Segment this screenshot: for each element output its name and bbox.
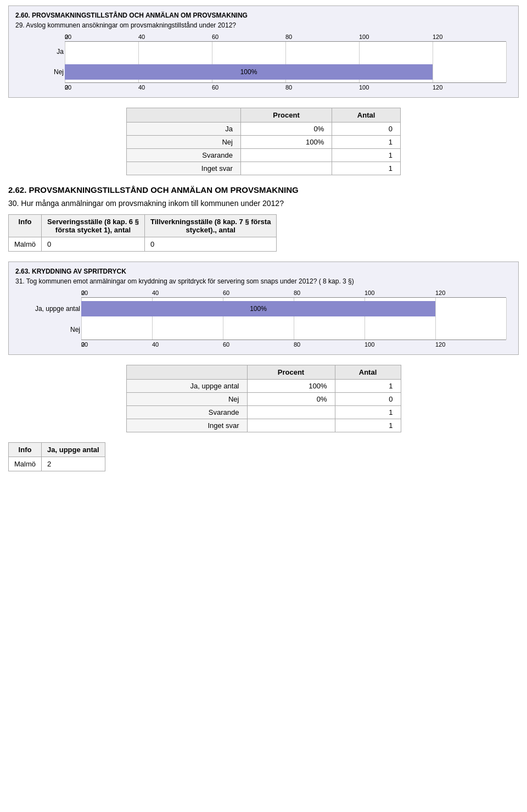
stats-antal-nej: 1 xyxy=(332,136,401,149)
stats2-label-nej: Nej xyxy=(126,393,247,406)
axis3-bot-80: 80 xyxy=(294,341,365,348)
stats-label-ja: Ja xyxy=(127,123,241,136)
stats-row-ja: Ja 0% 0 xyxy=(127,123,401,136)
chart-subtitle-3: 31. Tog kommunen emot anmälningar om kry… xyxy=(15,277,512,285)
info-col-info: Info xyxy=(9,215,42,237)
chart-body-3: Ja, uppge antal 100% Nej xyxy=(81,298,506,340)
info-row-malmo-2: Malmö 0 0 xyxy=(9,237,277,252)
axis3-top-40: 40 xyxy=(152,290,223,296)
axis3-bot-20: 20 xyxy=(81,341,152,348)
stats-antal-ja: 0 xyxy=(332,123,401,136)
vgrid-120 xyxy=(506,42,507,82)
stats2-label-svarande: Svarande xyxy=(126,406,247,419)
stats2-antal-svarande: 1 xyxy=(335,406,401,419)
stats2-col-procent: Procent xyxy=(247,365,335,380)
chart-label-nej-3: Nej xyxy=(15,326,80,333)
stats-label-nej: Nej xyxy=(127,136,241,149)
stats-row-nej: Nej 100% 1 xyxy=(127,136,401,149)
axis-top-120: 120 xyxy=(433,34,506,40)
axis-top-100: 100 xyxy=(359,34,433,40)
stats-pct-nej: 100% xyxy=(240,136,332,149)
axis3-bot-60: 60 xyxy=(223,341,294,348)
stats2-row-svarande: Svarande 1 xyxy=(126,406,401,419)
info4-row-malmo: Malmö 2 xyxy=(9,457,105,471)
stats2-col-empty xyxy=(126,365,247,380)
stats-antal-inget: 1 xyxy=(332,162,401,175)
chart-section-1: 2.60. PROVSMAKNINGSTILLSTÅND OCH ANMÄLAN… xyxy=(8,5,519,98)
chart-row-nej-1: Nej 100% xyxy=(65,62,506,82)
bar-ja-3: 100% xyxy=(81,301,435,316)
axis3-bot-100: 100 xyxy=(365,341,435,348)
stats2-pct-svarande xyxy=(247,406,335,419)
stats-pct-inget xyxy=(240,162,332,175)
axis3-top-20: 20 xyxy=(81,290,152,296)
info-col-tillverkningsst: Tillverkningsställe (8 kap. 7 § förstast… xyxy=(144,215,276,237)
info-col-serveringsst: Serveringsställe (8 kap. 6 §första styck… xyxy=(42,215,145,237)
axis-bot-20: 20 xyxy=(65,84,138,91)
stats-antal-svarande: 1 xyxy=(332,149,401,162)
stats2-row-ja-uppge: Ja, uppge antal 100% 1 xyxy=(126,380,401,393)
info-table-4: Info Ja, uppge antal Malmö 2 xyxy=(8,442,105,471)
axis3-bot-40: 40 xyxy=(152,341,223,348)
stats-col-antal: Antal xyxy=(332,108,401,123)
axis-bot-100: 100 xyxy=(359,84,433,91)
section2-question: 30. Hur många anmälningar om provsmaknin… xyxy=(8,199,519,208)
axis3-top-60: 60 xyxy=(223,290,294,296)
axis-top-20: 20 xyxy=(65,34,138,40)
chart-label-ja-3: Ja, uppge antal xyxy=(15,305,80,313)
stats2-pct-inget xyxy=(247,419,335,432)
stats-table-1-wrapper: Procent Antal Ja 0% 0 Nej 100% 1 Svarand… xyxy=(8,108,519,175)
stats-pct-svarande xyxy=(240,149,332,162)
info-table-2: Info Serveringsställe (8 kap. 6 §första … xyxy=(8,214,277,252)
axis-bot-120: 120 xyxy=(433,84,506,91)
axis-top-80: 80 xyxy=(285,34,359,40)
page-wrapper: 2.60. PROVSMAKNINGSTILLSTÅND OCH ANMÄLAN… xyxy=(0,0,527,487)
axis-bot-80: 80 xyxy=(285,84,359,91)
axis-bot-40: 40 xyxy=(138,84,212,91)
info-cell-malmo-2-col1: 0 xyxy=(42,237,145,252)
stats2-antal-ja: 1 xyxy=(335,380,401,393)
axis-top-60: 60 xyxy=(212,34,285,40)
bar-nej-1: 100% xyxy=(65,64,433,80)
info4-col-info: Info xyxy=(9,443,42,457)
stats2-pct-nej: 0% xyxy=(247,393,335,406)
chart-label-ja-1: Ja xyxy=(15,48,64,55)
info4-cell-malmo-col1: 2 xyxy=(42,457,105,471)
axis3-bot-120: 120 xyxy=(435,341,506,348)
vgrid3-120 xyxy=(506,298,507,340)
axis3-top-120: 120 xyxy=(435,290,506,296)
info-cell-malmo-2: Malmö xyxy=(9,237,42,252)
section2-heading: 2.62. PROVSMAKNINGSTILLSTÅND OCH ANMÄLAN… xyxy=(8,185,519,194)
chart-subtitle-1: 29. Avslog kommunen ansökningar om provs… xyxy=(15,21,512,29)
stats-row-inget-svar: Inget svar 1 xyxy=(127,162,401,175)
stats-row-svarande: Svarande 1 xyxy=(127,149,401,162)
stats-col-procent: Procent xyxy=(240,108,332,123)
stats2-label-inget: Inget svar xyxy=(126,419,247,432)
stats2-row-nej: Nej 0% 0 xyxy=(126,393,401,406)
info4-col-ja-uppge: Ja, uppge antal xyxy=(42,443,105,457)
stats2-antal-inget: 1 xyxy=(335,419,401,432)
chart-title-3: 2.63. KRYDDNING AV SPRITDRYCK xyxy=(15,268,512,275)
stats2-antal-nej: 0 xyxy=(335,393,401,406)
stats-col-empty xyxy=(127,108,241,123)
chart-label-nej-1: Nej xyxy=(15,68,64,76)
axis-bot-60: 60 xyxy=(212,84,285,91)
chart-title-1: 2.60. PROVSMAKNINGSTILLSTÅND OCH ANMÄLAN… xyxy=(15,12,512,19)
stats-table-2-wrapper: Procent Antal Ja, uppge antal 100% 1 Nej… xyxy=(8,365,519,432)
stats2-label-ja-uppge: Ja, uppge antal xyxy=(126,380,247,393)
chart-row-ja-3: Ja, uppge antal 100% xyxy=(81,298,506,320)
chart-row-nej-3: Nej xyxy=(81,320,506,340)
chart-section-3: 2.63. KRYDDNING AV SPRITDRYCK 31. Tog ko… xyxy=(8,262,519,355)
info-cell-malmo-2-col2: 0 xyxy=(144,237,276,252)
stats-label-svarande: Svarande xyxy=(127,149,241,162)
stats-table-2: Procent Antal Ja, uppge antal 100% 1 Nej… xyxy=(126,365,401,432)
stats-table-1: Procent Antal Ja 0% 0 Nej 100% 1 Svarand… xyxy=(126,108,401,175)
stats-label-inget: Inget svar xyxy=(127,162,241,175)
stats2-pct-ja: 100% xyxy=(247,380,335,393)
chart-row-ja-1: Ja xyxy=(65,42,506,62)
axis-top-40: 40 xyxy=(138,34,212,40)
stats-pct-ja: 0% xyxy=(240,123,332,136)
axis3-top-100: 100 xyxy=(365,290,435,296)
stats2-row-inget: Inget svar 1 xyxy=(126,419,401,432)
info4-cell-malmo: Malmö xyxy=(9,457,42,471)
